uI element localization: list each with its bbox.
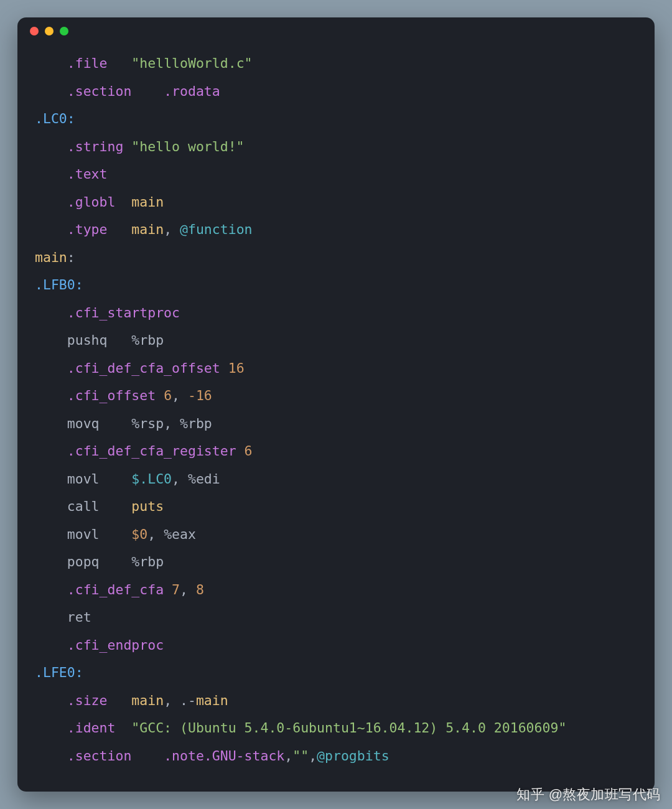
code-token: , — [309, 748, 317, 764]
code-token — [35, 526, 67, 542]
code-token: $.LC0 — [131, 471, 172, 487]
code-line: .text — [35, 161, 637, 189]
code-token — [100, 498, 132, 514]
minimize-icon[interactable] — [45, 27, 54, 35]
code-token — [100, 416, 132, 431]
code-token: popq — [67, 554, 100, 569]
code-token — [108, 332, 132, 348]
zoom-icon[interactable] — [60, 27, 68, 35]
code-token: %rbp — [131, 554, 164, 569]
code-token: .text — [67, 166, 108, 182]
code-token — [35, 720, 67, 736]
code-line: .LFE0: — [35, 659, 637, 687]
code-token: movq — [67, 416, 100, 431]
code-token: .cfi_offset — [67, 388, 156, 403]
code-token: .ident — [67, 720, 116, 736]
code-line: ret — [35, 604, 637, 632]
code-line: .string "hello world!" — [35, 133, 637, 161]
code-token — [131, 83, 164, 99]
code-token: "" — [292, 748, 309, 764]
code-token: , — [147, 526, 164, 542]
code-token: "hello world!" — [131, 139, 244, 154]
code-token: , — [172, 388, 188, 403]
code-token: .section — [67, 83, 132, 99]
code-token — [108, 222, 132, 237]
code-token — [35, 609, 67, 625]
window-titlebar — [17, 17, 655, 45]
code-token — [35, 55, 67, 71]
code-token: main — [196, 693, 228, 708]
code-token — [123, 139, 131, 154]
code-line: .cfi_endproc — [35, 632, 637, 660]
code-token — [115, 720, 131, 736]
code-line: pushq %rbp — [35, 327, 637, 355]
code-token: call — [67, 498, 100, 514]
code-token: .LFB0: — [35, 277, 83, 292]
code-token: , — [180, 582, 196, 597]
code-token — [35, 443, 67, 459]
code-line: .cfi_startproc — [35, 299, 637, 327]
code-line: popq %rbp — [35, 548, 637, 576]
code-line: .cfi_def_cfa_offset 16 — [35, 355, 637, 383]
code-token — [35, 748, 67, 764]
code-token: : — [67, 250, 75, 265]
code-line: call puts — [35, 493, 637, 521]
code-token: ret — [67, 609, 91, 625]
code-token: main — [35, 250, 67, 265]
code-token — [35, 360, 67, 376]
code-line: .size main, .-main — [35, 687, 637, 715]
code-token: .note.GNU-stack — [164, 748, 284, 764]
code-line: .section .note.GNU-stack,"",@progbits — [35, 742, 637, 770]
code-token: 6 — [245, 443, 253, 459]
code-token — [35, 332, 67, 348]
code-token — [35, 498, 67, 514]
code-token: 16 — [228, 360, 245, 376]
code-token — [220, 360, 228, 376]
code-line: .cfi_def_cfa 7, 8 — [35, 576, 637, 604]
code-token — [35, 139, 67, 154]
code-token: puts — [131, 498, 164, 514]
code-token — [35, 388, 67, 403]
code-token: , .- — [164, 693, 196, 708]
code-token: 8 — [196, 582, 204, 597]
code-line: main: — [35, 244, 637, 272]
code-token: movl — [67, 471, 100, 487]
code-token — [108, 55, 132, 71]
close-icon[interactable] — [30, 27, 39, 35]
code-token — [100, 554, 132, 569]
code-token: main — [131, 693, 164, 708]
code-line: movl $0, %eax — [35, 521, 637, 549]
code-token — [35, 166, 67, 182]
code-token — [108, 693, 132, 708]
code-token: @progbits — [317, 748, 390, 764]
code-line: movl $.LC0, %edi — [35, 465, 637, 493]
code-token: .rodata — [164, 83, 220, 99]
code-token: , — [164, 222, 180, 237]
code-token — [35, 305, 67, 320]
code-token — [100, 471, 132, 487]
code-token — [131, 748, 164, 764]
code-token — [236, 443, 245, 459]
code-token: 7 — [172, 582, 180, 597]
code-token — [100, 526, 132, 542]
code-token: main — [131, 222, 164, 237]
code-line: .cfi_def_cfa_register 6 — [35, 437, 637, 465]
code-token — [35, 582, 67, 597]
code-token: .string — [67, 139, 124, 154]
code-token — [115, 194, 131, 210]
code-token — [35, 554, 67, 569]
code-token: , — [164, 416, 180, 431]
code-token — [35, 693, 67, 708]
code-token: "GCC: (Ubuntu 5.4.0-6ubuntu1~16.04.12) 5… — [131, 720, 566, 736]
code-token — [35, 194, 67, 210]
code-token: .LC0: — [35, 111, 75, 126]
code-token — [35, 471, 67, 487]
code-line: .LC0: — [35, 105, 637, 133]
code-token: .LFE0: — [35, 665, 83, 680]
code-token: -16 — [188, 388, 212, 403]
code-line: .ident "GCC: (Ubuntu 5.4.0-6ubuntu1~16.0… — [35, 714, 637, 742]
code-token: , — [284, 748, 292, 764]
code-token: %eax — [164, 526, 196, 542]
code-token — [35, 637, 67, 653]
code-token: .cfi_def_cfa_register — [67, 443, 236, 459]
